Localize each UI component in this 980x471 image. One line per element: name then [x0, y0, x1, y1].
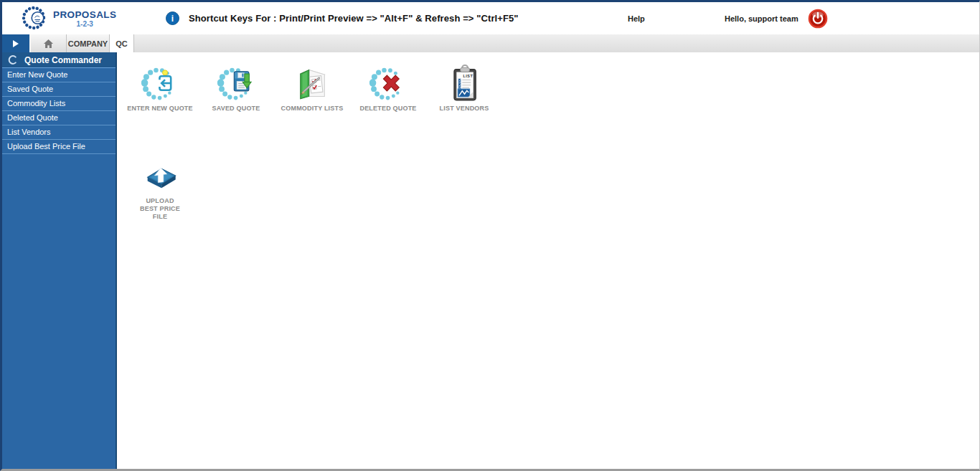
upload-best-price-file-icon — [122, 156, 198, 196]
body-row: Quote Commander Enter New QuoteSaved Quo… — [2, 52, 979, 469]
tab-company[interactable]: COMPANY — [67, 34, 110, 52]
user-area: Hello, support team — [725, 2, 828, 34]
sidebar-item-upload-best-price-file[interactable]: Upload Best Price File — [2, 140, 116, 154]
logo-title: PROPOSALS — [53, 9, 116, 20]
logo-text: PROPOSALS 1-2-3 — [53, 9, 116, 28]
shortcut-commodity-lists[interactable]: COMMODITY LISTS — [274, 63, 350, 129]
sidebar: Quote Commander Enter New QuoteSaved Quo… — [2, 52, 117, 469]
help-link[interactable]: Help — [628, 2, 645, 34]
tab-home[interactable] — [31, 34, 67, 52]
shortcut-saved-quote[interactable]: SAVED QUOTE — [198, 63, 274, 129]
shortcut-notice: i Shortcut Keys For : Print/Print Previe… — [166, 2, 519, 34]
enter-new-quote-icon — [122, 63, 198, 103]
proposals-logo-icon — [21, 4, 50, 33]
shortcut-label: LIST VENDORS — [430, 105, 499, 113]
tab-nav-arrow[interactable] — [2, 34, 31, 52]
home-icon — [43, 39, 54, 49]
shortcut-label: DELETED QUOTE — [354, 105, 423, 113]
sidebar-item-deleted-quote[interactable]: Deleted Quote — [2, 111, 116, 125]
sidebar-item-list-vendors[interactable]: List Vendors — [2, 125, 116, 140]
sidebar-title: Quote Commander — [24, 55, 102, 65]
top-header: PROPOSALS 1-2-3 i Shortcut Keys For : Pr… — [2, 2, 979, 34]
commodity-lists-icon — [274, 63, 350, 103]
shortcut-list-vendors[interactable]: LIST LIST VENDORS — [426, 63, 502, 129]
collapse-crescent-icon[interactable] — [8, 55, 17, 65]
page: PROPOSALS 1-2-3 i Shortcut Keys For : Pr… — [0, 0, 980, 471]
shortcut-label: COMMODITY LISTS — [278, 105, 347, 113]
list-vendors-icon: LIST — [426, 63, 502, 103]
user-greeting: Hello, support team — [725, 14, 798, 23]
logout-power-icon[interactable] — [808, 9, 828, 29]
sidebar-item-saved-quote[interactable]: Saved Quote — [2, 82, 116, 97]
tab-bar: COMPANY QC — [2, 34, 979, 52]
sidebar-item-enter-new-quote[interactable]: Enter New Quote — [2, 68, 116, 82]
shortcut-notice-text: Shortcut Keys For : Print/Print Preview … — [189, 13, 519, 24]
logo-subtitle: 1-2-3 — [77, 20, 93, 28]
sidebar-menu: Enter New QuoteSaved QuoteCommodity List… — [2, 68, 116, 154]
shortcut-label: UPLOAD BEST PRICE FILE — [136, 197, 184, 221]
svg-text:LIST: LIST — [463, 74, 473, 78]
deleted-quote-icon — [350, 63, 426, 103]
shortcut-label: ENTER NEW QUOTE — [126, 105, 194, 113]
app-logo: PROPOSALS 1-2-3 — [21, 4, 116, 33]
info-icon: i — [166, 11, 179, 25]
tab-qc[interactable]: QC — [110, 34, 134, 52]
main-content: ENTER NEW QUOTE SAVED QUOTE — [117, 52, 979, 469]
saved-quote-icon — [198, 63, 274, 103]
shortcut-grid: ENTER NEW QUOTE SAVED QUOTE — [122, 63, 509, 222]
nav-arrow-icon — [13, 40, 19, 47]
shortcut-label: SAVED QUOTE — [202, 105, 270, 113]
shortcut-deleted-quote[interactable]: DELETED QUOTE — [350, 63, 426, 129]
shortcut-enter-new-quote[interactable]: ENTER NEW QUOTE — [122, 63, 198, 129]
sidebar-item-commodity-lists[interactable]: Commodity Lists — [2, 97, 116, 111]
shortcut-upload-best-price-file[interactable]: UPLOAD BEST PRICE FILE — [122, 156, 198, 222]
sidebar-header: Quote Commander — [2, 52, 116, 68]
